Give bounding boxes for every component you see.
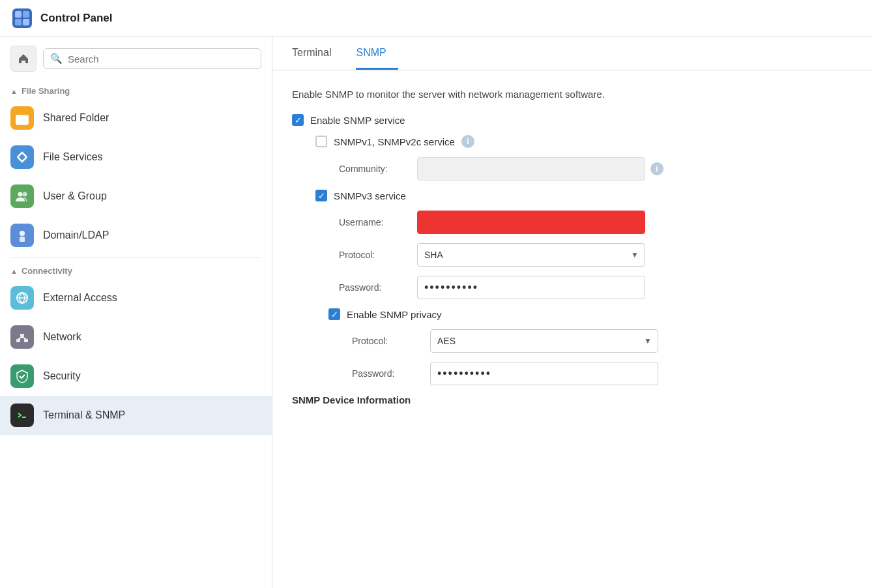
privacy-enable-label[interactable]: ✓ Enable SNMP privacy bbox=[328, 308, 442, 320]
svg-rect-3 bbox=[15, 19, 22, 25]
external-access-icon bbox=[10, 286, 34, 310]
sidebar-item-terminal-snmp[interactable]: Terminal & SNMP bbox=[0, 396, 272, 435]
svg-rect-17 bbox=[16, 410, 29, 420]
sidebar-item-shared-folder[interactable]: Shared Folder bbox=[0, 98, 272, 138]
snmpv1v2c-section: SNMPv1, SNMPv2c service i Community: i bbox=[315, 135, 852, 181]
user-group-icon bbox=[10, 184, 34, 208]
main-layout: 🔍 ▲ File Sharing Shared Folder bbox=[0, 37, 872, 588]
snmpv3-row: ✓ SNMPv3 service bbox=[315, 190, 852, 201]
protocol-field-row: Protocol: MD5 SHA ▼ bbox=[339, 243, 852, 267]
password-field-row: Password: bbox=[339, 276, 852, 299]
category-file-sharing-label: File Sharing bbox=[22, 86, 70, 96]
snmpv3-label[interactable]: ✓ SNMPv3 service bbox=[315, 190, 406, 201]
category-connectivity-label: Connectivity bbox=[22, 266, 72, 276]
svg-point-8 bbox=[20, 231, 25, 236]
svg-point-7 bbox=[23, 192, 27, 197]
sidebar-item-user-group-label: User & Group bbox=[43, 190, 107, 202]
tab-snmp[interactable]: SNMP bbox=[356, 37, 398, 70]
svg-rect-12 bbox=[16, 339, 20, 342]
content-body: Enable SNMP to monitor the server with n… bbox=[272, 70, 872, 426]
username-input[interactable] bbox=[417, 211, 645, 234]
security-icon bbox=[10, 364, 34, 388]
privacy-password-label: Password: bbox=[352, 368, 430, 379]
terminal-snmp-icon bbox=[10, 404, 34, 427]
privacy-protocol-label: Protocol: bbox=[352, 336, 430, 346]
snmpv1v2c-checkbox[interactable] bbox=[315, 136, 327, 147]
search-input[interactable] bbox=[68, 53, 254, 65]
sidebar-item-security[interactable]: Security bbox=[0, 357, 272, 396]
snmpv1v2c-info-icon[interactable]: i bbox=[461, 135, 474, 148]
domain-ldap-icon bbox=[10, 224, 34, 247]
sidebar-item-domain-ldap-label: Domain/LDAP bbox=[43, 229, 109, 241]
sidebar-item-file-services[interactable]: File Services bbox=[0, 138, 272, 177]
privacy-password-input[interactable] bbox=[430, 362, 658, 385]
sidebar-item-shared-folder-label: Shared Folder bbox=[43, 112, 109, 124]
privacy-enable-checkbox[interactable]: ✓ bbox=[328, 308, 340, 320]
snmpv3-checkbox[interactable]: ✓ bbox=[315, 190, 327, 201]
svg-line-16 bbox=[22, 337, 26, 339]
snmpv3-section: ✓ SNMPv3 service Username: Protocol: MD bbox=[315, 190, 852, 385]
password-input[interactable] bbox=[417, 276, 645, 299]
svg-rect-9 bbox=[20, 237, 25, 242]
svg-line-15 bbox=[18, 337, 22, 339]
privacy-password-field-row: Password: bbox=[352, 362, 852, 385]
search-icon: 🔍 bbox=[50, 53, 63, 65]
svg-point-6 bbox=[18, 192, 23, 197]
sidebar-item-external-access[interactable]: External Access bbox=[0, 278, 272, 317]
search-input-wrap: 🔍 bbox=[43, 48, 261, 69]
community-label: Community: bbox=[339, 164, 417, 174]
community-input-wrap: i bbox=[417, 157, 663, 181]
sidebar-item-terminal-snmp-label: Terminal & SNMP bbox=[43, 409, 125, 421]
enable-snmp-service-label[interactable]: ✓ Enable SNMP service bbox=[292, 114, 405, 126]
enable-snmp-service-row: ✓ Enable SNMP service bbox=[292, 114, 852, 126]
privacy-section-wrap: ✓ Enable SNMP privacy Protocol: AES DES bbox=[328, 308, 852, 385]
svg-rect-1 bbox=[15, 11, 22, 18]
sidebar-item-domain-ldap[interactable]: Domain/LDAP bbox=[0, 216, 272, 255]
home-button[interactable] bbox=[10, 46, 36, 72]
chevron-up-icon: ▲ bbox=[10, 87, 18, 95]
file-services-icon bbox=[10, 145, 34, 169]
top-bar: Control Panel bbox=[0, 0, 872, 37]
sidebar-item-user-group[interactable]: User & Group bbox=[0, 177, 272, 216]
privacy-enable-row: ✓ Enable SNMP privacy bbox=[328, 308, 852, 320]
search-bar: 🔍 bbox=[0, 37, 272, 81]
sidebar-item-external-access-label: External Access bbox=[43, 292, 117, 304]
snmpv1v2c-label[interactable]: SNMPv1, SNMPv2c service i bbox=[315, 135, 474, 148]
protocol-select[interactable]: MD5 SHA bbox=[417, 243, 645, 267]
snmp-device-info-heading: SNMP Device Information bbox=[292, 394, 852, 405]
sidebar-item-file-services-label: File Services bbox=[43, 151, 103, 163]
svg-rect-14 bbox=[24, 339, 28, 342]
divider bbox=[10, 257, 261, 258]
protocol-select-wrap: MD5 SHA ▼ bbox=[417, 243, 645, 267]
category-file-sharing[interactable]: ▲ File Sharing bbox=[0, 81, 272, 98]
sidebar: 🔍 ▲ File Sharing Shared Folder bbox=[0, 37, 272, 588]
username-label: Username: bbox=[339, 217, 417, 228]
community-field-row: Community: i bbox=[339, 157, 852, 181]
tab-terminal[interactable]: Terminal bbox=[292, 37, 343, 70]
password-label: Password: bbox=[339, 282, 417, 293]
shared-folder-icon bbox=[10, 106, 34, 130]
sidebar-item-network-label: Network bbox=[43, 331, 81, 343]
community-input bbox=[417, 157, 645, 181]
chevron-up-icon-2: ▲ bbox=[10, 267, 18, 275]
protocol-label: Protocol: bbox=[339, 250, 417, 260]
privacy-protocol-select[interactable]: AES DES bbox=[430, 329, 658, 353]
tabs-bar: Terminal SNMP bbox=[272, 37, 872, 70]
description-text: Enable SNMP to monitor the server with n… bbox=[292, 89, 852, 100]
enable-snmp-service-checkbox[interactable]: ✓ bbox=[292, 114, 304, 126]
snmpv1v2c-row: SNMPv1, SNMPv2c service i bbox=[315, 135, 852, 148]
sidebar-item-network[interactable]: Network bbox=[0, 317, 272, 357]
svg-rect-13 bbox=[20, 334, 24, 337]
community-info-icon[interactable]: i bbox=[650, 162, 663, 175]
sidebar-item-security-label: Security bbox=[43, 370, 81, 382]
app-title: Control Panel bbox=[40, 12, 113, 25]
svg-rect-0 bbox=[12, 8, 32, 28]
username-field-row: Username: bbox=[339, 211, 852, 234]
svg-rect-4 bbox=[23, 19, 29, 25]
network-icon bbox=[10, 325, 34, 349]
privacy-protocol-field-row: Protocol: AES DES ▼ bbox=[352, 329, 852, 353]
category-connectivity[interactable]: ▲ Connectivity bbox=[0, 261, 272, 278]
app-logo bbox=[10, 7, 34, 30]
content-area: Terminal SNMP Enable SNMP to monitor the… bbox=[272, 37, 872, 588]
privacy-protocol-select-wrap: AES DES ▼ bbox=[430, 329, 658, 353]
